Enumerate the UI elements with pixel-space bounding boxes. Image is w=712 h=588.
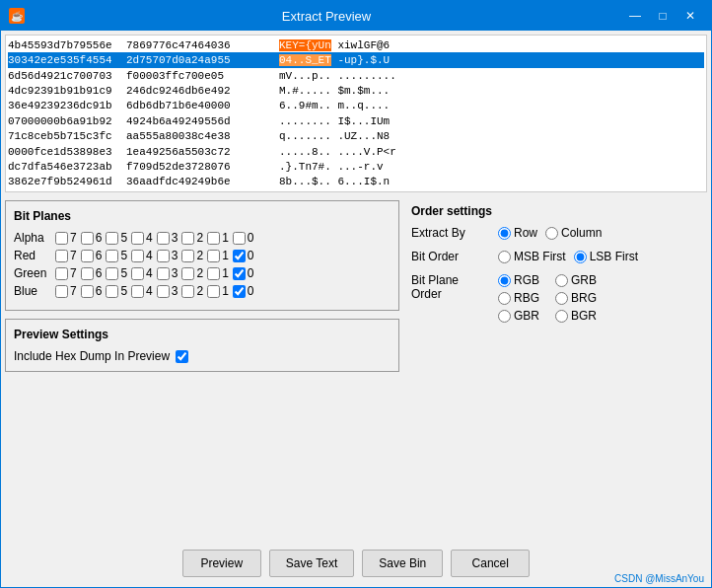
order-settings-title: Order settings — [411, 204, 703, 218]
watermark: CSDN @MissAnYou — [614, 573, 704, 584]
bit-plane-order-brg-radio[interactable] — [555, 292, 568, 305]
bit-alpha-2-checkbox[interactable] — [181, 232, 194, 245]
bit-check-item: 3 — [157, 249, 178, 262]
bit-blue-6-checkbox[interactable] — [81, 285, 94, 298]
bit-red-7-checkbox[interactable] — [55, 250, 68, 262]
bit-green-0-checkbox[interactable] — [233, 267, 246, 280]
save-text-button[interactable]: Save Text — [269, 550, 354, 577]
bit-plane-order-rbg-radio[interactable] — [498, 292, 511, 305]
bit-blue-3-checkbox[interactable] — [157, 285, 170, 298]
bit-blue-2-checkbox[interactable] — [181, 285, 194, 298]
hex-row[interactable]: 0000fce1d53898e3 1ea49256a5503c72 .....8… — [8, 144, 704, 159]
bit-green-7-checkbox[interactable] — [55, 267, 68, 280]
bit-alpha-0-checkbox[interactable] — [233, 232, 246, 245]
bit-blue-0-checkbox[interactable] — [233, 285, 246, 298]
bit-plane-order-grb-radio[interactable] — [555, 274, 568, 287]
order-settings-section: Order settings Extract By Row Column — [407, 200, 707, 336]
bit-planes-section: Bit Planes Alpha76543210Red76543210Green… — [5, 200, 399, 311]
bit-check-item: 1 — [207, 231, 229, 245]
maximize-button[interactable]: □ — [650, 6, 676, 26]
bit-plane-row: Green76543210 — [14, 266, 391, 280]
preview-button[interactable]: Preview — [182, 550, 261, 577]
bit-number-label: 3 — [172, 231, 178, 245]
hex-preview-area[interactable]: 4b45593d7b79556e 7869776c47464036 KEY={y… — [5, 35, 707, 192]
bit-alpha-1-checkbox[interactable] — [207, 232, 220, 245]
bit-check-item: 0 — [233, 231, 254, 245]
hex-bytes: f709d52de3728076 — [126, 161, 279, 173]
bit-green-5-checkbox[interactable] — [106, 267, 118, 280]
window-controls: — □ ✕ — [622, 6, 703, 26]
msb-first-label: MSB First — [514, 250, 566, 263]
bit-number-label: 0 — [248, 284, 254, 298]
lsb-first-radio[interactable] — [574, 251, 587, 263]
bit-red-1-checkbox[interactable] — [207, 250, 220, 262]
bit-blue-1-checkbox[interactable] — [207, 285, 220, 298]
hex-row[interactable]: 4b45593d7b79556e 7869776c47464036 KEY={y… — [8, 37, 704, 52]
bit-plane-order-bgr-radio[interactable] — [555, 310, 568, 323]
bit-plane-order-grb-option: GRB — [555, 273, 597, 287]
bit-plane-order-rgb-radio[interactable] — [498, 274, 511, 287]
hex-row[interactable]: 3862e7f9b524961d 36aadfdc49249b6e 8b...$… — [8, 175, 704, 189]
bit-blue-5-checkbox[interactable] — [106, 285, 118, 298]
hex-row[interactable]: dc7dfa546e3723ab f709d52de3728076 .}.Tn7… — [8, 159, 704, 174]
bit-number-label: 1 — [222, 249, 229, 262]
bit-plane-order-title: Bit Plane Order — [411, 273, 490, 301]
bit-red-3-checkbox[interactable] — [157, 250, 170, 262]
bit-number-label: 2 — [196, 231, 203, 245]
bit-blue-7-checkbox[interactable] — [55, 285, 68, 298]
main-window: ☕ Extract Preview — □ ✕ 4b45593d7b79556e… — [0, 0, 712, 588]
bit-red-4-checkbox[interactable] — [131, 250, 144, 262]
bit-red-2-checkbox[interactable] — [181, 250, 194, 262]
bit-red-6-checkbox[interactable] — [81, 250, 94, 262]
bit-planes-title: Bit Planes — [14, 209, 391, 223]
bit-alpha-7-checkbox[interactable] — [55, 232, 68, 245]
hex-row[interactable]: 4dc92391b91b91c9 246dc9246db6e492 M.#...… — [8, 83, 704, 98]
bit-plane-row: Red76543210 — [14, 249, 391, 262]
bit-plane-order-gbr-radio[interactable] — [498, 310, 511, 323]
hex-row[interactable]: 6d56d4921c700703 f00003ffc700e05 mV...p.… — [8, 68, 704, 83]
bit-red-5-checkbox[interactable] — [106, 250, 118, 262]
bit-green-6-checkbox[interactable] — [81, 267, 94, 280]
hex-addr: dc7dfa546e3723ab — [8, 161, 126, 173]
bit-check-item: 5 — [106, 266, 127, 280]
bit-green-1-checkbox[interactable] — [207, 267, 220, 280]
bit-red-0-checkbox[interactable] — [233, 250, 246, 262]
bit-number-label: 5 — [120, 284, 127, 298]
bit-green-2-checkbox[interactable] — [181, 267, 194, 280]
hex-row[interactable]: 07000000b6a91b92 4924b6a49249556d ......… — [8, 113, 704, 128]
bit-alpha-6-checkbox[interactable] — [81, 232, 94, 245]
bit-blue-4-checkbox[interactable] — [131, 285, 144, 298]
bit-number-label: 0 — [248, 231, 254, 245]
bit-check-item: 6 — [81, 284, 103, 298]
bit-number-label: 5 — [120, 231, 127, 245]
extract-by-column-label-text: Column — [561, 226, 602, 240]
bit-alpha-3-checkbox[interactable] — [157, 232, 170, 245]
minimize-button[interactable]: — — [622, 6, 648, 26]
bit-number-label: 1 — [222, 284, 229, 298]
bit-alpha-4-checkbox[interactable] — [131, 232, 144, 245]
hex-row[interactable]: 71c8ceb5b715c3fc aa555a80038c4e38 q.....… — [8, 128, 704, 143]
bit-plane-order-section: Bit Plane Order RGBGRBRBGBRGGBRBGR — [411, 273, 703, 323]
bit-number-label: 7 — [70, 231, 77, 245]
bit-plane-order-grid: RGBGRBRBGBRGGBRBGR — [498, 273, 597, 323]
window-content: 4b45593d7b79556e 7869776c47464036 KEY={y… — [1, 31, 711, 587]
cancel-button[interactable]: Cancel — [451, 550, 530, 577]
save-bin-button[interactable]: Save Bin — [362, 550, 443, 577]
bit-alpha-5-checkbox[interactable] — [106, 232, 118, 245]
bit-green-4-checkbox[interactable] — [131, 267, 144, 280]
bit-check-item: 3 — [157, 266, 178, 280]
hex-row[interactable]: 30342e2e535f4554 2d75707d0a24a955 04..S_… — [8, 52, 704, 67]
msb-first-radio[interactable] — [498, 251, 511, 263]
include-hex-checkbox[interactable] — [176, 350, 188, 363]
extract-by-row: Extract By Row Column — [411, 226, 703, 240]
close-button[interactable]: ✕ — [677, 6, 703, 26]
hex-row[interactable]: 36e49239236dc91b 6db6db71b6e40000 6..9#m… — [8, 99, 704, 113]
bit-plane-row-label: Alpha — [14, 231, 51, 245]
bit-check-item: 7 — [55, 231, 77, 245]
bit-check-item: 1 — [207, 266, 229, 280]
extract-by-row-radio[interactable] — [498, 227, 511, 240]
bit-number-label: 0 — [248, 249, 254, 262]
bit-green-3-checkbox[interactable] — [157, 267, 170, 280]
extract-by-column-radio[interactable] — [545, 227, 558, 240]
bit-plane-order-rbg-option: RBG — [498, 291, 539, 305]
